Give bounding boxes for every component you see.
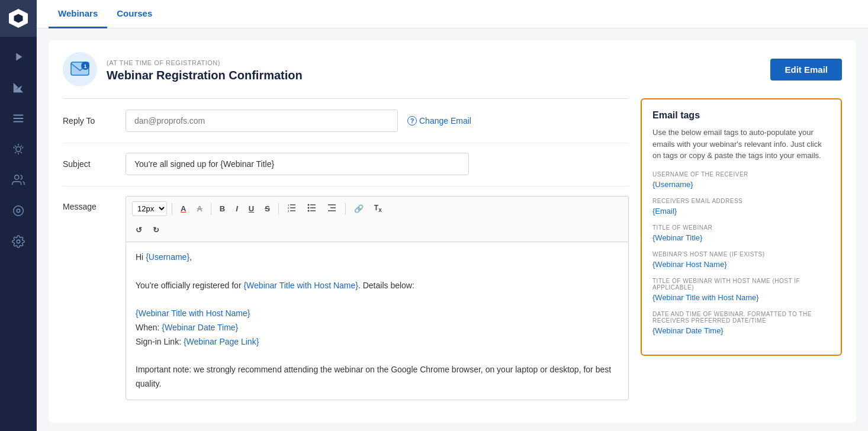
- message-line3: {Webinar Title with Host Name}: [136, 307, 619, 321]
- email-tags-panel: Email tags Use the below email tags to a…: [641, 98, 842, 356]
- main-layout: Reply To ? Change Email Subject: [63, 98, 842, 411]
- italic-button[interactable]: I: [232, 202, 242, 216]
- email-icon-bg: 1: [63, 52, 97, 86]
- toolbar-row2: ↺ ↻: [126, 221, 629, 242]
- toolbar-divider-3: [278, 203, 279, 215]
- link-button[interactable]: 🔗: [351, 202, 367, 216]
- logo-shape: [9, 9, 28, 28]
- font-color-button[interactable]: A: [177, 202, 189, 216]
- settings-icon[interactable]: [0, 226, 37, 257]
- tag-item-email: RECEIVERS EMAIL ADDRESS {Email}: [652, 198, 830, 216]
- subject-label: Subject: [63, 159, 116, 169]
- email-header: 1 (AT THE TIME OF REGISTRATION) Webinar …: [63, 52, 842, 86]
- change-email-label: Change Email: [419, 116, 471, 126]
- tag-value-title[interactable]: {Webinar Title}: [652, 233, 702, 242]
- right-panel: Email tags Use the below email tags to a…: [641, 98, 842, 356]
- tag-label-email: RECEIVERS EMAIL ADDRESS: [652, 198, 830, 204]
- chart-icon[interactable]: [0, 72, 37, 103]
- email-header-left: 1 (AT THE TIME OF REGISTRATION) Webinar …: [63, 52, 303, 86]
- tag-item-host: WEBINAR'S HOST NAME (IF EXISTS) {Webinar…: [652, 251, 830, 269]
- message-line1: Hi {Username},: [136, 250, 619, 265]
- email-card: 1 (AT THE TIME OF REGISTRATION) Webinar …: [49, 40, 856, 423]
- email-icon-wrapper: 1: [63, 52, 97, 86]
- reply-to-label: Reply To: [63, 116, 116, 126]
- unordered-list-button[interactable]: [304, 201, 320, 216]
- svg-text:3: 3: [288, 210, 290, 212]
- main-area: Webinars Courses 1: [37, 0, 868, 431]
- svg-point-1: [16, 147, 21, 152]
- play-icon[interactable]: [0, 41, 37, 72]
- tag-item-username: USERNAME OF THE RECEIVER {Username}: [652, 171, 830, 189]
- svg-text:1: 1: [83, 63, 86, 69]
- help-icon: ?: [407, 116, 417, 126]
- sidebar: [0, 0, 37, 431]
- font-size-select[interactable]: 12px 14px 16px: [132, 201, 167, 216]
- email-tags-title: Email tags: [652, 110, 830, 121]
- message-line6: Important note: we strongly recommend at…: [136, 363, 619, 391]
- toolbar-row1: 12px 14px 16px A A B I: [126, 196, 629, 221]
- toolbar-divider-4: [345, 203, 346, 215]
- bold-button[interactable]: B: [216, 202, 229, 216]
- svg-point-17: [307, 210, 309, 212]
- toolbar-divider-1: [172, 203, 172, 215]
- edit-email-button[interactable]: Edit Email: [770, 59, 842, 81]
- email-tags-description: Use the below email tags to auto-populat…: [652, 127, 830, 162]
- content-area: 1 (AT THE TIME OF REGISTRATION) Webinar …: [37, 28, 868, 431]
- indent-button[interactable]: [324, 201, 340, 216]
- list-icon[interactable]: [0, 103, 37, 134]
- section-divider-2: [63, 186, 629, 186]
- message-editor[interactable]: Hi {Username}, You're officially registe…: [126, 242, 629, 400]
- svg-point-13: [307, 204, 309, 206]
- toolbar-divider-2: [211, 203, 211, 215]
- message-line2: You're officially registered for {Webina…: [136, 279, 619, 293]
- clear-format-button[interactable]: Tx: [371, 201, 385, 216]
- tag-item-datetime: DATE AND TIME OF WEBINAR. FORMATTED TO T…: [652, 311, 830, 336]
- svg-point-2: [14, 206, 24, 216]
- change-email-link[interactable]: ? Change Email: [407, 116, 471, 126]
- tag-item-title-host: TITLE OF WEBINAR WITH HOST NAME (HOST IF…: [652, 278, 830, 303]
- strikethrough-button[interactable]: S: [261, 202, 274, 216]
- top-nav: Webinars Courses: [37, 0, 868, 28]
- tag-value-username[interactable]: {Username}: [652, 180, 693, 189]
- email-title-group: (AT THE TIME OF REGISTRATION) Webinar Re…: [107, 57, 303, 82]
- section-divider: [63, 143, 629, 143]
- tag-label-host: WEBINAR'S HOST NAME (IF EXISTS): [652, 251, 830, 258]
- tag-value-host[interactable]: {Webinar Host Name}: [652, 260, 727, 269]
- email-title: Webinar Registration Confirmation: [107, 69, 303, 82]
- form-section: Reply To ? Change Email Subject: [63, 98, 629, 400]
- underline-button[interactable]: U: [245, 202, 258, 216]
- reply-to-input[interactable]: [126, 110, 398, 132]
- tag-label-username: USERNAME OF THE RECEIVER: [652, 171, 830, 178]
- users-icon[interactable]: [0, 165, 37, 195]
- tag-label-title: TITLE OF WEBINAR: [652, 224, 830, 231]
- message-label: Message: [63, 196, 116, 211]
- tab-webinars[interactable]: Webinars: [49, 0, 107, 28]
- svg-point-3: [17, 209, 20, 213]
- left-panel: Reply To ? Change Email Subject: [63, 98, 629, 411]
- tag-label-datetime: DATE AND TIME OF WEBINAR. FORMATTED TO T…: [652, 311, 830, 324]
- email-subtitle: (AT THE TIME OF REGISTRATION): [107, 59, 220, 66]
- subject-input[interactable]: [126, 153, 469, 175]
- tag-value-datetime[interactable]: {Webinar Date Time}: [652, 326, 724, 335]
- svg-point-15: [307, 207, 309, 209]
- tag-label-title-host: TITLE OF WEBINAR WITH HOST NAME (HOST IF…: [652, 278, 830, 291]
- tag-value-title-host[interactable]: {Webinar Title with Host Name}: [652, 293, 759, 302]
- envelope-svg: 1: [70, 61, 90, 78]
- ordered-list-button[interactable]: 123: [284, 201, 300, 216]
- circle-settings-icon[interactable]: [0, 195, 37, 226]
- redo-button[interactable]: ↻: [149, 223, 163, 237]
- undo-button[interactable]: ↺: [132, 223, 146, 237]
- tag-value-email[interactable]: {Email}: [652, 207, 677, 216]
- puzzle-icon[interactable]: [0, 134, 37, 165]
- subject-row: Subject: [63, 153, 629, 175]
- message-line5: Sign-in Link: {Webinar Page Link}: [136, 335, 619, 349]
- svg-marker-0: [14, 14, 23, 23]
- logo[interactable]: [0, 0, 37, 37]
- tag-item-title: TITLE OF WEBINAR {Webinar Title}: [652, 224, 830, 243]
- font-bg-button[interactable]: A: [193, 202, 205, 216]
- tab-courses[interactable]: Courses: [107, 0, 162, 28]
- message-row: Message 12px 14px 16px: [63, 196, 629, 400]
- message-editor-wrapper: 12px 14px 16px A A B I: [126, 196, 629, 400]
- reply-to-row: Reply To ? Change Email: [63, 110, 629, 132]
- message-line4: When: {Webinar Date Time}: [136, 321, 619, 335]
